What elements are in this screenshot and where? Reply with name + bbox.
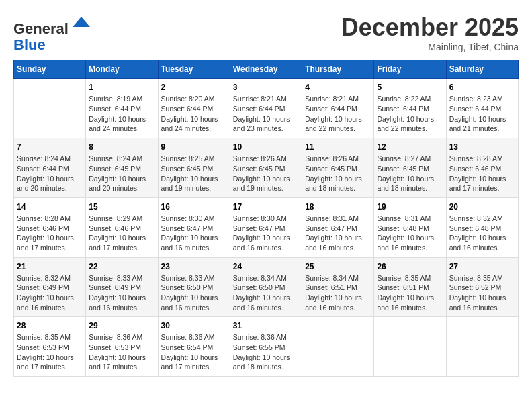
page-header: General Blue December 2025 Mainling, Tib…	[13, 13, 519, 53]
day-info: Sunrise: 8:20 AM Sunset: 6:44 PM Dayligh…	[161, 94, 227, 134]
day-info: Sunrise: 8:35 AM Sunset: 6:53 PM Dayligh…	[17, 332, 83, 372]
day-number: 3	[233, 83, 299, 92]
week-row-1: 1Sunrise: 8:19 AM Sunset: 6:44 PM Daylig…	[14, 79, 519, 138]
day-number: 25	[305, 262, 371, 271]
logo-icon	[71, 13, 91, 34]
location-text: Mainling, Tibet, China	[341, 42, 519, 52]
day-info: Sunrise: 8:21 AM Sunset: 6:44 PM Dayligh…	[305, 94, 371, 134]
day-number: 21	[17, 262, 83, 271]
day-info: Sunrise: 8:26 AM Sunset: 6:45 PM Dayligh…	[305, 154, 371, 193]
day-number: 18	[305, 202, 371, 212]
day-info: Sunrise: 8:32 AM Sunset: 6:49 PM Dayligh…	[17, 273, 83, 313]
day-info: Sunrise: 8:36 AM Sunset: 6:55 PM Dayligh…	[233, 332, 299, 372]
calendar-cell	[302, 317, 374, 377]
calendar-cell: 17Sunrise: 8:30 AM Sunset: 6:47 PM Dayli…	[230, 197, 302, 257]
calendar-header: SundayMondayTuesdayWednesdayThursdayFrid…	[14, 60, 519, 79]
day-number: 16	[161, 202, 227, 212]
calendar-cell: 2Sunrise: 8:20 AM Sunset: 6:44 PM Daylig…	[158, 79, 230, 138]
day-number: 28	[17, 321, 83, 330]
day-number: 4	[305, 83, 371, 92]
calendar-cell: 13Sunrise: 8:28 AM Sunset: 6:46 PM Dayli…	[446, 138, 518, 198]
calendar-cell: 23Sunrise: 8:33 AM Sunset: 6:50 PM Dayli…	[158, 257, 230, 317]
header-friday: Friday	[374, 60, 446, 79]
calendar-cell: 16Sunrise: 8:30 AM Sunset: 6:47 PM Dayli…	[158, 197, 230, 257]
logo: General Blue	[13, 13, 91, 53]
day-info: Sunrise: 8:21 AM Sunset: 6:44 PM Dayligh…	[233, 94, 299, 134]
day-number: 7	[17, 142, 83, 152]
day-number: 30	[161, 321, 227, 330]
day-number: 14	[17, 202, 83, 212]
calendar-cell: 19Sunrise: 8:31 AM Sunset: 6:48 PM Dayli…	[374, 197, 446, 257]
day-info: Sunrise: 8:31 AM Sunset: 6:48 PM Dayligh…	[377, 214, 443, 253]
header-wednesday: Wednesday	[230, 60, 302, 79]
week-row-3: 14Sunrise: 8:28 AM Sunset: 6:46 PM Dayli…	[14, 197, 519, 257]
day-info: Sunrise: 8:30 AM Sunset: 6:47 PM Dayligh…	[233, 214, 299, 253]
day-info: Sunrise: 8:23 AM Sunset: 6:44 PM Dayligh…	[449, 94, 515, 134]
calendar-cell: 29Sunrise: 8:36 AM Sunset: 6:53 PM Dayli…	[86, 317, 158, 377]
day-number: 17	[233, 202, 299, 212]
calendar-cell: 27Sunrise: 8:35 AM Sunset: 6:52 PM Dayli…	[446, 257, 518, 317]
calendar-cell: 31Sunrise: 8:36 AM Sunset: 6:55 PM Dayli…	[230, 317, 302, 377]
title-block: December 2025 Mainling, Tibet, China	[341, 13, 519, 52]
calendar-table: SundayMondayTuesdayWednesdayThursdayFrid…	[13, 60, 519, 377]
calendar-cell: 5Sunrise: 8:22 AM Sunset: 6:44 PM Daylig…	[374, 79, 446, 138]
day-info: Sunrise: 8:19 AM Sunset: 6:44 PM Dayligh…	[89, 94, 154, 134]
calendar-cell: 3Sunrise: 8:21 AM Sunset: 6:44 PM Daylig…	[230, 79, 302, 138]
day-info: Sunrise: 8:28 AM Sunset: 6:46 PM Dayligh…	[17, 214, 83, 253]
day-number: 22	[89, 262, 154, 271]
calendar-cell: 25Sunrise: 8:34 AM Sunset: 6:51 PM Dayli…	[302, 257, 374, 317]
week-row-4: 21Sunrise: 8:32 AM Sunset: 6:49 PM Dayli…	[14, 257, 519, 317]
week-row-5: 28Sunrise: 8:35 AM Sunset: 6:53 PM Dayli…	[14, 317, 519, 377]
day-number: 27	[449, 262, 515, 271]
day-info: Sunrise: 8:32 AM Sunset: 6:48 PM Dayligh…	[449, 214, 515, 253]
calendar-cell	[14, 79, 86, 138]
month-title: December 2025	[341, 13, 519, 42]
header-thursday: Thursday	[302, 60, 374, 79]
day-info: Sunrise: 8:33 AM Sunset: 6:49 PM Dayligh…	[89, 273, 154, 313]
calendar-cell: 9Sunrise: 8:25 AM Sunset: 6:45 PM Daylig…	[158, 138, 230, 198]
day-info: Sunrise: 8:28 AM Sunset: 6:46 PM Dayligh…	[449, 154, 515, 193]
calendar-cell: 12Sunrise: 8:27 AM Sunset: 6:45 PM Dayli…	[374, 138, 446, 198]
svg-marker-0	[73, 17, 90, 27]
calendar-cell: 22Sunrise: 8:33 AM Sunset: 6:49 PM Dayli…	[86, 257, 158, 317]
calendar-cell: 4Sunrise: 8:21 AM Sunset: 6:44 PM Daylig…	[302, 79, 374, 138]
day-info: Sunrise: 8:25 AM Sunset: 6:45 PM Dayligh…	[161, 154, 227, 193]
day-number: 24	[233, 262, 299, 271]
day-number: 6	[449, 83, 515, 92]
day-number: 13	[449, 142, 515, 152]
header-row: SundayMondayTuesdayWednesdayThursdayFrid…	[14, 60, 519, 79]
calendar-body: 1Sunrise: 8:19 AM Sunset: 6:44 PM Daylig…	[14, 79, 519, 377]
day-number: 12	[377, 142, 443, 152]
day-number: 10	[233, 142, 299, 152]
day-info: Sunrise: 8:36 AM Sunset: 6:54 PM Dayligh…	[161, 332, 227, 372]
day-number: 1	[89, 83, 154, 92]
day-number: 11	[305, 142, 371, 152]
day-info: Sunrise: 8:35 AM Sunset: 6:51 PM Dayligh…	[377, 273, 443, 313]
calendar-cell: 8Sunrise: 8:24 AM Sunset: 6:45 PM Daylig…	[86, 138, 158, 198]
day-number: 9	[161, 142, 227, 152]
day-info: Sunrise: 8:33 AM Sunset: 6:50 PM Dayligh…	[161, 273, 227, 313]
calendar-cell: 26Sunrise: 8:35 AM Sunset: 6:51 PM Dayli…	[374, 257, 446, 317]
day-number: 5	[377, 83, 443, 92]
day-info: Sunrise: 8:35 AM Sunset: 6:52 PM Dayligh…	[449, 273, 515, 313]
calendar-cell: 11Sunrise: 8:26 AM Sunset: 6:45 PM Dayli…	[302, 138, 374, 198]
day-info: Sunrise: 8:31 AM Sunset: 6:47 PM Dayligh…	[305, 214, 371, 253]
day-info: Sunrise: 8:26 AM Sunset: 6:45 PM Dayligh…	[233, 154, 299, 193]
day-info: Sunrise: 8:24 AM Sunset: 6:45 PM Dayligh…	[89, 154, 154, 193]
calendar-cell: 14Sunrise: 8:28 AM Sunset: 6:46 PM Dayli…	[14, 197, 86, 257]
header-monday: Monday	[86, 60, 158, 79]
header-sunday: Sunday	[14, 60, 86, 79]
logo-blue-text: Blue	[13, 36, 46, 53]
header-tuesday: Tuesday	[158, 60, 230, 79]
day-number: 29	[89, 321, 154, 330]
day-number: 19	[377, 202, 443, 212]
logo-general-text: General	[13, 20, 69, 37]
day-info: Sunrise: 8:34 AM Sunset: 6:51 PM Dayligh…	[305, 273, 371, 313]
calendar-cell: 30Sunrise: 8:36 AM Sunset: 6:54 PM Dayli…	[158, 317, 230, 377]
calendar-cell: 10Sunrise: 8:26 AM Sunset: 6:45 PM Dayli…	[230, 138, 302, 198]
day-number: 23	[161, 262, 227, 271]
calendar-cell: 21Sunrise: 8:32 AM Sunset: 6:49 PM Dayli…	[14, 257, 86, 317]
day-info: Sunrise: 8:36 AM Sunset: 6:53 PM Dayligh…	[89, 332, 154, 372]
day-info: Sunrise: 8:24 AM Sunset: 6:44 PM Dayligh…	[17, 154, 83, 193]
day-number: 20	[449, 202, 515, 212]
